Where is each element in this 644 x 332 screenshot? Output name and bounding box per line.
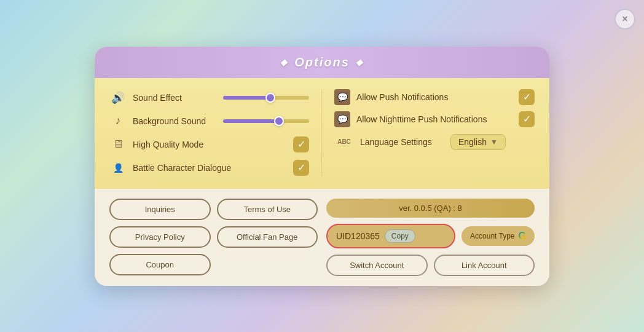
language-select: English ▼ xyxy=(450,134,535,150)
account-type-box: Account Type G xyxy=(461,226,535,246)
push-notif-row: 💬 Allow Push Notifications ✓ xyxy=(334,89,535,105)
privacy-button[interactable]: Privacy Policy xyxy=(109,226,211,248)
uid-box: UID120365 Copy xyxy=(326,224,455,248)
sound-effect-slider[interactable] xyxy=(223,96,309,100)
battle-dialogue-icon: 👤 xyxy=(109,159,127,176)
language-dropdown[interactable]: English ▼ xyxy=(450,134,506,150)
language-icon: ABC xyxy=(334,133,354,151)
inquiries-button[interactable]: Inquiries xyxy=(109,199,211,220)
account-type-label: Account Type xyxy=(470,232,515,240)
sound-effect-thumb xyxy=(265,93,275,103)
google-icon: G xyxy=(519,231,526,242)
uid-value: UID120365 xyxy=(336,231,380,241)
sound-effect-row: 🔊 Sound Effect xyxy=(109,89,309,106)
background-sound-slider[interactable] xyxy=(223,119,309,123)
push-notif-icon: 💬 xyxy=(334,89,350,105)
background-sound-thumb xyxy=(274,116,284,126)
version-text: ver. 0.0.5 (QA) : 8 xyxy=(399,204,462,213)
title-diamond-right: ◆ xyxy=(356,57,364,67)
night-notif-row: 💬 Allow Nighttime Push Notifications ✓ xyxy=(334,111,535,127)
background-sound-row: ♪ Background Sound xyxy=(109,113,309,130)
battle-dialogue-label: Battle Character Dialogue xyxy=(133,163,287,173)
language-value: English xyxy=(458,137,487,147)
terms-button[interactable]: Terms of Use xyxy=(217,199,318,220)
battle-dialogue-row: 👤 Battle Character Dialogue ✓ xyxy=(109,159,309,176)
dialog-title-text: Options xyxy=(294,55,350,69)
background-sound-label: Background Sound xyxy=(133,116,217,126)
close-icon: × xyxy=(622,14,627,25)
buttons-section: Inquiries Terms of Use Privacy Policy Of… xyxy=(109,199,318,276)
night-notif-icon: 💬 xyxy=(334,111,350,127)
title-diamond-left: ◆ xyxy=(280,57,288,67)
push-notif-label: Allow Push Notifications xyxy=(356,92,512,102)
coupon-button[interactable]: Coupon xyxy=(109,254,211,275)
language-row: ABC Language Settings English ▼ xyxy=(334,133,535,151)
sound-effect-track xyxy=(223,96,309,100)
account-section: ver. 0.0.5 (QA) : 8 UID120365 Copy Accou… xyxy=(326,199,535,276)
battle-dialogue-checkbox[interactable]: ✓ xyxy=(293,160,309,176)
chevron-down-icon: ▼ xyxy=(490,138,498,146)
background-sound-fill xyxy=(223,119,279,123)
settings-left: 🔊 Sound Effect ♪ Background Sound xyxy=(109,89,322,176)
switch-account-button[interactable]: Switch Account xyxy=(326,255,428,276)
language-label: Language Settings xyxy=(360,137,444,147)
background-sound-track xyxy=(223,119,309,123)
link-account-button[interactable]: Link Account xyxy=(434,255,535,276)
action-row: Switch Account Link Account xyxy=(326,255,535,276)
night-notif-checkbox[interactable]: ✓ xyxy=(519,111,535,127)
options-dialog: ◆ Options ◆ 🔊 Sound Effect ♪ Backgr xyxy=(95,47,549,286)
push-notif-checkbox[interactable]: ✓ xyxy=(519,89,535,105)
copy-uid-button[interactable]: Copy xyxy=(385,229,415,243)
high-quality-checkbox[interactable]: ✓ xyxy=(293,136,309,152)
fan-page-button[interactable]: Official Fan Page xyxy=(217,226,318,248)
settings-panel: 🔊 Sound Effect ♪ Background Sound xyxy=(95,78,549,189)
background-sound-icon: ♪ xyxy=(109,113,127,130)
bottom-panel: Inquiries Terms of Use Privacy Policy Of… xyxy=(95,189,549,286)
uid-row: UID120365 Copy Account Type G xyxy=(326,224,535,248)
dialog-title-bar: ◆ Options ◆ xyxy=(95,47,549,78)
high-quality-label: High Quality Mode xyxy=(133,140,287,149)
high-quality-row: 🖥 High Quality Mode ✓ xyxy=(109,136,309,153)
sound-effect-icon: 🔊 xyxy=(109,89,127,106)
sound-effect-label: Sound Effect xyxy=(133,93,217,103)
close-button[interactable]: × xyxy=(615,9,635,30)
settings-right: 💬 Allow Push Notifications ✓ 💬 Allow Nig… xyxy=(322,89,535,176)
sound-effect-fill xyxy=(223,96,270,100)
night-notif-label: Allow Nighttime Push Notifications xyxy=(356,114,512,124)
high-quality-icon: 🖥 xyxy=(109,136,127,153)
version-bar: ver. 0.0.5 (QA) : 8 xyxy=(326,199,535,218)
